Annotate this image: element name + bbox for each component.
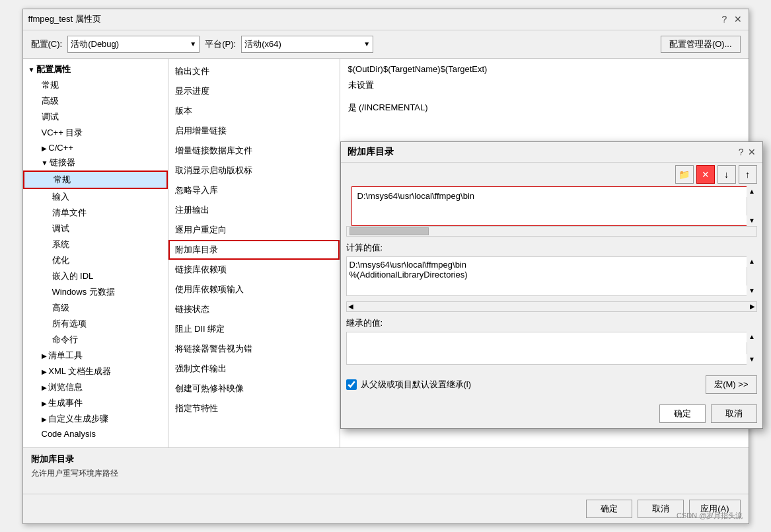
delete-button[interactable]: ✕ xyxy=(696,165,715,184)
computed-scroll-down[interactable]: ▼ xyxy=(747,285,757,296)
sidebar-item-linker[interactable]: 链接器 xyxy=(23,155,168,171)
config-value: 活动(Debug) xyxy=(71,38,119,50)
sub-bottom: 确定 取消 xyxy=(341,399,762,428)
path-list-area[interactable]: D:\msys64\usr\local\ffmpeg\bin xyxy=(351,186,752,226)
scroll-down-arrow[interactable]: ▼ xyxy=(747,215,757,226)
prop-treat-warnings[interactable]: 将链接器警告视为错 xyxy=(168,339,340,359)
value-output-file: $(OutDir)$(TargetName)$(TargetExt) xyxy=(346,61,743,77)
apply-button[interactable]: 应用(A) xyxy=(689,500,740,518)
sidebar-item-linker-input[interactable]: 输入 xyxy=(23,189,168,205)
sub-dialog-title: 附加库目录 xyxy=(348,146,394,158)
sub-title-controls: ? ✕ xyxy=(739,147,756,157)
sidebar-item-custom-build[interactable]: 自定义生成步骤 xyxy=(23,411,168,427)
platform-dropdown-arrow: ▼ xyxy=(363,40,370,48)
config-dropdown[interactable]: 活动(Debug) ▼ xyxy=(67,36,200,53)
sidebar-item-linker-advanced2[interactable]: 高级 xyxy=(23,300,168,316)
sidebar-item-vc-dirs[interactable]: VC++ 目录 xyxy=(23,125,168,141)
sidebar-item-linker-all[interactable]: 所有选项 xyxy=(23,316,168,332)
close-button[interactable]: ✕ xyxy=(733,14,743,24)
sub-dialog: 附加库目录 ? ✕ 📁 ✕ ↓ ↑ xyxy=(340,141,763,429)
new-folder-button[interactable]: 📁 xyxy=(675,165,694,184)
prop-suppress-banner[interactable]: 取消显示启动版权标 xyxy=(168,161,340,180)
computed-box: D:\msys64\usr\local\ffmpeg\bin %(Additio… xyxy=(346,256,757,296)
sidebar-item-advanced[interactable]: 高级 xyxy=(23,93,168,109)
sub-cancel-button[interactable]: 取消 xyxy=(711,404,757,423)
sidebar-item-general[interactable]: 常规 xyxy=(23,77,168,93)
ok-button[interactable]: 确定 xyxy=(586,500,632,518)
prop-show-progress[interactable]: 显示进度 xyxy=(168,81,340,101)
prop-force-output[interactable]: 强制文件输出 xyxy=(168,359,340,379)
inherit-checkbox[interactable] xyxy=(346,379,357,390)
platform-value: 活动(x64) xyxy=(244,38,281,50)
cancel-button[interactable]: 取消 xyxy=(638,500,684,518)
macro-button[interactable]: 宏(M) >> xyxy=(706,375,756,394)
prop-per-user-redirect[interactable]: 逐用户重定向 xyxy=(168,220,340,240)
prop-register-output[interactable]: 注册输出 xyxy=(168,200,340,220)
sidebar-item-linker-opt[interactable]: 优化 xyxy=(23,252,168,268)
help-button[interactable]: ? xyxy=(719,14,730,24)
title-bar: ffmpeg_test 属性页 ? ✕ xyxy=(23,9,749,30)
sidebar: 配置属性 常规 高级 调试 VC++ 目录 C/C++ 链接器 常规 输入 清单… xyxy=(23,59,168,447)
sidebar-item-linker-win-meta[interactable]: Windows 元数据 xyxy=(23,284,168,300)
prop-link-deps[interactable]: 链接库依赖项 xyxy=(168,260,340,280)
prop-add-lib-dirs[interactable]: 附加库目录 xyxy=(168,240,340,260)
sub-ok-button[interactable]: 确定 xyxy=(659,404,706,423)
vertical-scrollbar[interactable]: ▲ ▼ xyxy=(747,186,757,226)
sidebar-item-xml-gen[interactable]: XML 文档生成器 xyxy=(23,363,168,379)
sidebar-item-cpp[interactable]: C/C++ xyxy=(23,141,168,155)
computed-horizontal-scrollbar[interactable]: ◀ ▶ xyxy=(346,301,757,312)
prop-link-status[interactable]: 链接状态 xyxy=(168,299,340,319)
inherited-scroll-up[interactable]: ▲ xyxy=(747,332,757,342)
sub-help-button[interactable]: ? xyxy=(739,147,744,157)
computed-box-container: D:\msys64\usr\local\ffmpeg\bin %(Additio… xyxy=(346,256,757,296)
computed-line-1: D:\msys64\usr\local\ffmpeg\bin xyxy=(349,260,743,270)
sidebar-item-linker-debug[interactable]: 调试 xyxy=(23,221,168,237)
config-manager-button[interactable]: 配置管理器(O)... xyxy=(661,36,741,53)
properties-panel: 输出文件 显示进度 版本 启用增量链接 增量链接数据库文件 取消显示启动版权标 … xyxy=(168,59,340,447)
prop-enable-incremental[interactable]: 启用增量链接 xyxy=(168,121,340,141)
sidebar-item-code-analysis[interactable]: Code Analysis xyxy=(23,427,168,441)
inherited-label: 继承的值: xyxy=(346,317,757,329)
scroll-up-arrow[interactable]: ▲ xyxy=(747,186,757,197)
path-entry-1[interactable]: D:\msys64\usr\local\ffmpeg\bin xyxy=(355,190,738,202)
computed-scroll-right[interactable]: ▶ xyxy=(750,303,755,310)
computed-label: 计算的值: xyxy=(346,242,757,254)
sidebar-item-linker-cmd[interactable]: 命令行 xyxy=(23,332,168,348)
prop-ignore-import-lib[interactable]: 忽略导入库 xyxy=(168,180,340,200)
prop-section-attrs[interactable]: 指定节特性 xyxy=(168,399,340,418)
delete-icon: ✕ xyxy=(702,169,710,180)
sub-toolbar: 📁 ✕ ↓ ↑ xyxy=(341,163,762,186)
move-up-button[interactable]: ↑ xyxy=(739,165,757,184)
prop-incremental-db[interactable]: 增量链接数据库文件 xyxy=(168,141,340,161)
sidebar-item-debug[interactable]: 调试 xyxy=(23,109,168,125)
sidebar-item-linker-manifest[interactable]: 清单文件 xyxy=(23,205,168,221)
computed-scroll-up[interactable]: ▲ xyxy=(747,256,757,267)
sidebar-item-browser-info[interactable]: 浏览信息 xyxy=(23,379,168,395)
sidebar-item-manifest-tools[interactable]: 清单工具 xyxy=(23,348,168,363)
scroll-thumb-horizontal[interactable] xyxy=(349,227,429,235)
folder-icon: 📁 xyxy=(679,169,690,180)
inherited-scroll-down[interactable]: ▼ xyxy=(747,354,757,365)
sidebar-item-linker-general[interactable]: 常规 xyxy=(23,171,168,189)
move-up-icon: ↑ xyxy=(745,169,750,180)
move-down-button[interactable]: ↓ xyxy=(717,165,736,184)
horizontal-scrollbar[interactable] xyxy=(346,226,757,237)
computed-line-2: %(AdditionalLibraryDirectories) xyxy=(349,270,743,280)
sub-close-button[interactable]: ✕ xyxy=(748,147,756,157)
sidebar-item-config-props[interactable]: 配置属性 xyxy=(23,61,168,77)
prop-use-lib-deps[interactable]: 使用库依赖项输入 xyxy=(168,280,340,299)
prop-version[interactable]: 版本 xyxy=(168,101,340,121)
config-dropdown-arrow: ▼ xyxy=(190,40,196,48)
sidebar-item-linker-system[interactable]: 系统 xyxy=(23,237,168,252)
prop-prevent-dll-bind[interactable]: 阻止 DII 绑定 xyxy=(168,319,340,339)
inherited-vertical-scrollbar[interactable]: ▲ ▼ xyxy=(747,332,757,365)
prop-output-file[interactable]: 输出文件 xyxy=(168,61,340,81)
description-title: 附加库目录 xyxy=(31,453,741,465)
computed-scroll-left[interactable]: ◀ xyxy=(348,303,353,310)
platform-dropdown[interactable]: 活动(x64) ▼ xyxy=(241,36,373,53)
sidebar-item-linker-emb-idl[interactable]: 嵌入的 IDL xyxy=(23,268,168,284)
sidebar-item-build-events[interactable]: 生成事件 xyxy=(23,395,168,411)
computed-vertical-scrollbar[interactable]: ▲ ▼ xyxy=(747,256,757,296)
prop-create-hotpatch[interactable]: 创建可热修补映像 xyxy=(168,379,340,399)
inherited-box-container: ▲ ▼ xyxy=(346,332,757,365)
